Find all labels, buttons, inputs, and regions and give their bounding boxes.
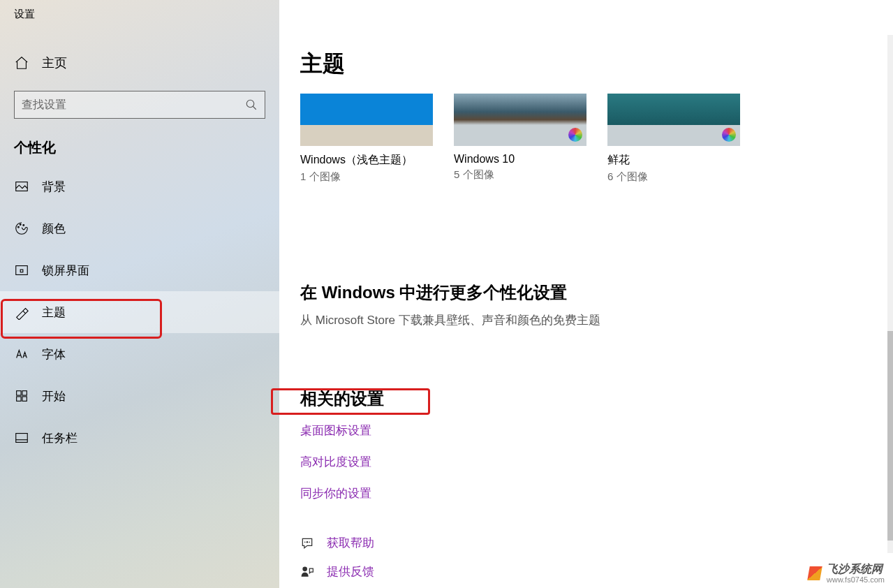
action-feedback[interactable]: 提供反馈 <box>300 564 872 580</box>
theme-list: Windows（浅色主题） 1 个图像 Windows 10 5 个图像 鲜花 … <box>300 94 872 184</box>
sidebar: 设置 主页 个性化 背景 颜色 锁屏界面 主题 字体 开始 任务栏 <box>0 0 279 588</box>
theme-subtitle: 5 个图像 <box>454 168 586 182</box>
theme-name: Windows（浅色主题） <box>300 153 433 168</box>
svg-point-2 <box>18 226 20 228</box>
picture-icon <box>14 179 29 194</box>
link-high-contrast[interactable]: 高对比度设置 <box>300 454 872 470</box>
svg-rect-8 <box>22 391 27 395</box>
svg-rect-7 <box>17 391 21 395</box>
search-icon <box>245 98 258 111</box>
sidebar-home[interactable]: 主页 <box>0 42 279 84</box>
svg-rect-10 <box>22 397 27 401</box>
action-get-help[interactable]: 获取帮助 <box>300 535 872 551</box>
feedback-icon <box>300 565 314 579</box>
watermark: 飞沙系统网 www.fs0745.com <box>809 562 885 584</box>
sidebar-item-label: 颜色 <box>42 221 66 237</box>
theme-card[interactable]: Windows（浅色主题） 1 个图像 <box>300 94 433 184</box>
theme-subtitle: 1 个图像 <box>300 170 433 184</box>
svg-point-3 <box>20 224 21 226</box>
svg-point-14 <box>304 541 306 543</box>
sidebar-item-label: 锁屏界面 <box>42 263 89 279</box>
font-icon <box>14 346 29 362</box>
sidebar-item-color[interactable]: 颜色 <box>0 207 279 249</box>
sidebar-section-title: 个性化 <box>0 119 279 166</box>
theme-thumbnail <box>300 94 433 146</box>
link-desktop-icons[interactable]: 桌面图标设置 <box>300 422 872 439</box>
sidebar-home-label: 主页 <box>42 54 67 71</box>
sidebar-item-label: 字体 <box>42 346 66 362</box>
sidebar-item-taskbar[interactable]: 任务栏 <box>0 417 279 459</box>
main-content: 主题 Windows（浅色主题） 1 个图像 Windows 10 5 个图像 … <box>279 0 893 588</box>
theme-subtitle: 6 个图像 <box>607 170 740 184</box>
scrollbar-thumb[interactable] <box>887 331 893 541</box>
theme-icon <box>14 304 29 320</box>
action-label: 获取帮助 <box>327 535 374 551</box>
svg-point-4 <box>23 225 24 226</box>
theme-card[interactable]: Windows 10 5 个图像 <box>454 94 586 184</box>
svg-point-15 <box>309 541 311 543</box>
store-subtitle: 从 Microsoft Store 下载兼具壁纸、声音和颜色的免费主题 <box>300 312 872 328</box>
svg-rect-11 <box>16 434 28 443</box>
sidebar-item-label: 主题 <box>42 304 66 321</box>
sidebar-item-theme[interactable]: 主题 <box>0 291 279 333</box>
search-input[interactable] <box>22 98 245 111</box>
svg-rect-6 <box>20 270 23 272</box>
sidebar-item-start[interactable]: 开始 <box>0 375 279 417</box>
link-sync-settings[interactable]: 同步你的设置 <box>300 485 872 501</box>
related-heading: 相关的设置 <box>300 388 872 410</box>
theme-card[interactable]: 鲜花 6 个图像 <box>607 94 740 184</box>
page-title: 主题 <box>300 49 872 80</box>
sidebar-item-label: 开始 <box>42 388 66 404</box>
sidebar-item-background[interactable]: 背景 <box>0 166 279 207</box>
color-badge-icon <box>722 128 736 142</box>
action-label: 提供反馈 <box>327 564 374 580</box>
help-icon <box>300 536 314 550</box>
home-icon <box>14 55 29 71</box>
svg-point-13 <box>307 541 309 543</box>
theme-name: 鲜花 <box>607 153 740 168</box>
lockscreen-icon <box>14 263 29 278</box>
svg-rect-5 <box>16 266 28 275</box>
sidebar-item-lockscreen[interactable]: 锁屏界面 <box>0 249 279 291</box>
palette-icon <box>14 221 29 236</box>
taskbar-icon <box>14 430 29 446</box>
sidebar-item-font[interactable]: 字体 <box>0 333 279 375</box>
watermark-url: www.fs0745.com <box>827 575 885 584</box>
svg-point-0 <box>246 100 254 108</box>
sidebar-item-label: 任务栏 <box>42 430 78 446</box>
theme-thumbnail <box>454 94 586 146</box>
theme-thumbnail <box>607 94 740 146</box>
start-icon <box>14 388 29 404</box>
sidebar-item-label: 背景 <box>42 179 66 195</box>
search-box[interactable] <box>14 91 265 119</box>
theme-name: Windows 10 <box>454 153 586 166</box>
watermark-logo-icon <box>807 566 822 580</box>
color-badge-icon <box>568 128 582 142</box>
window-title: 设置 <box>0 0 279 28</box>
watermark-name: 飞沙系统网 <box>827 562 885 577</box>
store-heading: 在 Windows 中进行更多个性化设置 <box>300 281 872 304</box>
svg-rect-9 <box>17 397 21 401</box>
svg-point-16 <box>302 566 307 571</box>
